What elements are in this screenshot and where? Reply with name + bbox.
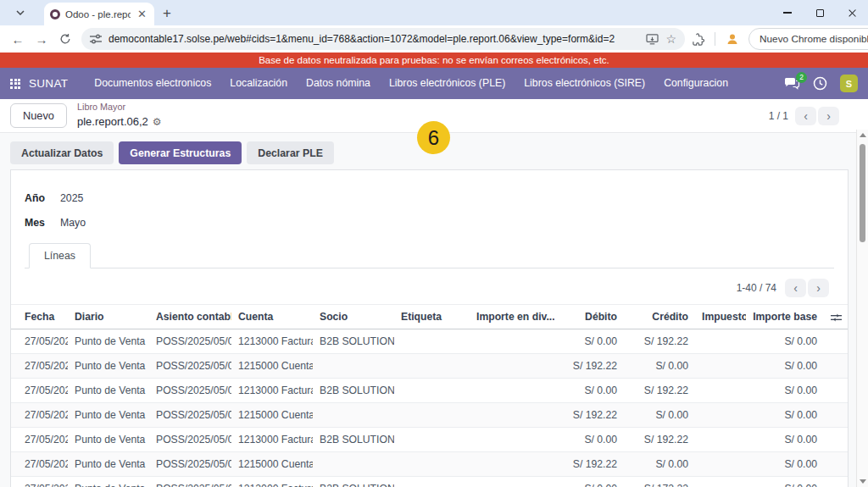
cell-fecha[interactable]: 27/05/2025 (11, 329, 68, 354)
url-text[interactable]: democontable17.solse.pe/web#cids=1&menu_… (108, 33, 639, 45)
cell-socio[interactable]: B2B SOLUTIONS ... (313, 428, 394, 452)
cell-credito[interactable]: S/ 0.00 (624, 354, 695, 379)
cell-credito[interactable]: S/ 0.00 (624, 403, 695, 428)
settings-gear-icon[interactable]: ⚙ (153, 116, 162, 128)
app-brand[interactable]: SUNAT (29, 77, 68, 90)
breadcrumb-parent-link[interactable]: Libro Mayor (77, 102, 162, 113)
site-info-icon[interactable] (90, 34, 102, 44)
cell-asiento[interactable]: POSS/2025/05/0... (149, 354, 231, 379)
cell-importe_base[interactable]: S/ 0.00 (746, 329, 824, 354)
cell-etiqueta[interactable] (394, 329, 470, 354)
cell-socio[interactable]: B2B SOLUTIONS ... (313, 379, 394, 403)
cell-debito[interactable]: S/ 192.22 (554, 403, 624, 428)
cell-socio[interactable]: B2B SOLUTIONS ... (313, 477, 394, 487)
table-row[interactable]: 27/05/2025Punto de VentaPOSS/2025/05/0..… (11, 379, 848, 403)
cell-debito[interactable]: S/ 192.22 (554, 452, 624, 477)
address-bar[interactable]: democontable17.solse.pe/web#cids=1&menu_… (81, 28, 685, 50)
cell-credito[interactable]: S/ 192.22 (624, 329, 695, 354)
cell-importe_div[interactable] (470, 428, 554, 452)
generar-estructuras-button[interactable]: Generar Estructuras (119, 141, 242, 164)
column-header-credito[interactable]: Crédito (624, 305, 695, 329)
back-icon[interactable]: ← (7, 28, 29, 50)
cell-credito[interactable]: S/ 192.22 (624, 428, 695, 452)
cell-cuenta[interactable]: 1215000 Cuentas... (231, 354, 313, 379)
cell-importe_div[interactable] (470, 403, 554, 428)
nav-item-libros-sire[interactable]: Libros electrónicos (SIRE) (515, 68, 654, 99)
column-header-fecha[interactable]: Fecha (11, 305, 68, 329)
cell-cuenta[interactable]: 1213000 Facturas... (231, 428, 313, 452)
record-prev-icon[interactable]: ‹ (795, 107, 816, 125)
cell-cuenta[interactable]: 1215000 Cuentas... (231, 452, 313, 477)
column-header-importe_div[interactable]: Importe en div... (470, 305, 554, 329)
minimize-button[interactable] (771, 0, 804, 25)
cell-fecha[interactable]: 27/05/2025 (11, 428, 68, 452)
chrome-update-button[interactable]: Nuevo Chrome disponible ⋮ (748, 28, 868, 50)
cell-importe_base[interactable]: S/ 0.00 (746, 452, 824, 477)
install-app-icon[interactable] (646, 34, 659, 45)
cell-diario[interactable]: Punto de Venta (68, 329, 149, 354)
cell-asiento[interactable]: POSS/2025/05/0... (149, 452, 231, 477)
cell-fecha[interactable]: 27/05/2025 (11, 452, 68, 477)
scroll-up-icon[interactable] (860, 133, 866, 137)
new-tab-button[interactable]: + (163, 6, 171, 20)
cell-etiqueta[interactable] (394, 354, 470, 379)
cell-importe_div[interactable] (470, 379, 554, 403)
cell-impuesto[interactable] (695, 329, 746, 354)
column-header-importe_base[interactable]: Importe base (746, 305, 824, 329)
cell-cuenta[interactable]: 1213000 Facturas... (231, 379, 313, 403)
cell-socio[interactable]: B2B SOLUTIONS ... (313, 329, 394, 354)
cell-fecha[interactable]: 27/05/2025 (11, 403, 68, 428)
cell-fecha[interactable]: 27/05/2025 (11, 477, 68, 487)
cell-impuesto[interactable] (695, 379, 746, 403)
column-header-socio[interactable]: Socio (313, 305, 394, 329)
scroll-down-icon[interactable] (860, 479, 866, 484)
table-row[interactable]: 27/05/2025Punto de VentaPOSS/2025/05/0..… (11, 354, 848, 379)
cell-debito[interactable]: S/ 0.00 (554, 428, 624, 452)
cell-asiento[interactable]: POSS/2025/05/0... (149, 428, 231, 452)
user-avatar[interactable]: S (840, 75, 858, 92)
table-row[interactable]: 27/05/2025Punto de VentaPOSS/2025/05/0..… (11, 329, 848, 354)
cell-diario[interactable]: Punto de Venta (68, 354, 149, 379)
nav-item-datos-nomina[interactable]: Datos nómina (297, 68, 380, 99)
cell-diario[interactable]: Punto de Venta (68, 428, 149, 452)
new-record-button[interactable]: Nuevo (10, 103, 67, 128)
cell-fecha[interactable]: 27/05/2025 (11, 379, 68, 403)
profile-avatar-icon[interactable] (721, 28, 743, 50)
cell-etiqueta[interactable] (394, 477, 470, 487)
cell-importe_base[interactable]: S/ 0.00 (746, 379, 824, 403)
list-next-icon[interactable]: › (808, 279, 829, 297)
cell-importe_div[interactable] (470, 354, 554, 379)
column-header-cuenta[interactable]: Cuenta (231, 305, 313, 329)
cell-diario[interactable]: Punto de Venta (68, 477, 149, 487)
close-button[interactable] (836, 0, 868, 25)
cell-debito[interactable]: S/ 0.00 (554, 329, 624, 354)
cell-socio[interactable] (313, 452, 394, 477)
column-header-etiqueta[interactable]: Etiqueta (394, 305, 470, 329)
cell-asiento[interactable]: POSS/2025/05/0... (149, 403, 231, 428)
nav-item-libros-ple[interactable]: Libros electrónicos (PLE) (380, 68, 515, 99)
nav-item-documentos-electronicos[interactable]: Documentos electronicos (85, 68, 220, 99)
cell-socio[interactable] (313, 354, 394, 379)
cell-importe_base[interactable]: S/ 0.00 (746, 354, 824, 379)
tab-search-chevron-icon[interactable] (12, 4, 29, 21)
extensions-icon[interactable] (687, 28, 709, 50)
cell-importe_base[interactable]: S/ 0.00 (746, 428, 824, 452)
cell-etiqueta[interactable] (394, 452, 470, 477)
record-next-icon[interactable]: › (818, 107, 839, 125)
cell-asiento[interactable]: POSS/2025/05/0... (149, 477, 231, 487)
optional-columns-icon[interactable] (824, 305, 848, 329)
cell-cuenta[interactable]: 1215000 Cuentas... (231, 403, 313, 428)
cell-credito[interactable]: S/ 0.00 (624, 452, 695, 477)
cell-diario[interactable]: Punto de Venta (68, 403, 149, 428)
reload-icon[interactable] (54, 28, 76, 50)
nav-item-localizacion[interactable]: Localización (220, 68, 297, 99)
cell-etiqueta[interactable] (394, 403, 470, 428)
bookmark-star-icon[interactable]: ☆ (665, 32, 676, 46)
browser-tab[interactable]: Odoo - ple.report.06,2 ✕ (44, 3, 154, 25)
declarar-ple-button[interactable]: Declarar PLE (247, 141, 334, 164)
cell-credito[interactable]: S/ 192.22 (624, 379, 695, 403)
cell-impuesto[interactable] (695, 452, 746, 477)
apps-grid-icon[interactable] (10, 79, 20, 89)
cell-fecha[interactable]: 27/05/2025 (11, 354, 68, 379)
table-row[interactable]: 27/05/2025Punto de VentaPOSS/2025/05/0..… (11, 428, 848, 452)
